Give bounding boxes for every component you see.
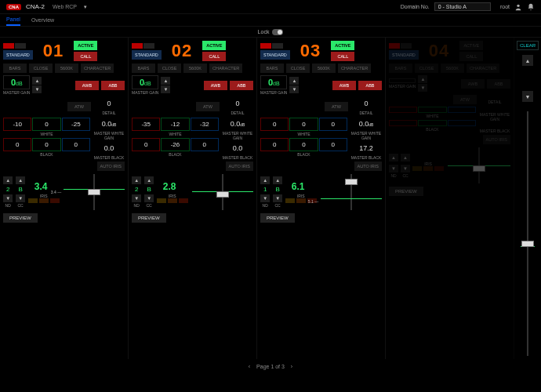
master-fader[interactable] bbox=[521, 111, 535, 356]
k5600-button[interactable]: 5600K bbox=[55, 64, 78, 73]
black-r[interactable]: 0 bbox=[260, 138, 289, 151]
tab-overview[interactable]: Overview bbox=[31, 15, 54, 25]
scroll-up-button[interactable]: ▲ bbox=[522, 55, 533, 66]
awb-button[interactable]: AWB bbox=[332, 81, 356, 90]
abb-button[interactable]: ABB bbox=[358, 81, 382, 90]
white-b[interactable]: -25 bbox=[62, 118, 90, 131]
standard-button[interactable]: STANDARD bbox=[3, 50, 33, 60]
auto-iris-button[interactable]: AUTO IRIS bbox=[354, 162, 382, 171]
iris-opt3[interactable] bbox=[179, 198, 188, 203]
iris-fader[interactable]: 3.4 — bbox=[64, 174, 125, 210]
close-button[interactable]: CLOSE bbox=[29, 64, 53, 73]
iris-opt3[interactable] bbox=[434, 166, 444, 171]
iris-fader[interactable] bbox=[448, 147, 510, 183]
gain-down-icon[interactable]: ▼ bbox=[289, 85, 299, 93]
gain-up-icon[interactable]: ▲ bbox=[32, 77, 42, 85]
gain-down-icon[interactable]: ▼ bbox=[32, 85, 42, 93]
cc-up-icon[interactable]: ▲ bbox=[144, 176, 154, 184]
gain-up-icon[interactable]: ▲ bbox=[289, 77, 299, 85]
k5600-button[interactable]: 5600K bbox=[183, 64, 207, 73]
character-button[interactable]: CHARACTER bbox=[338, 64, 371, 73]
awb-button[interactable]: AWB bbox=[461, 79, 485, 89]
nd-down-icon[interactable]: ▼ bbox=[132, 194, 141, 202]
call-button[interactable]: CALL bbox=[331, 52, 354, 61]
awb-button[interactable]: AWB bbox=[204, 81, 227, 90]
iris-opt2[interactable] bbox=[296, 198, 306, 203]
black-b[interactable]: 0 bbox=[191, 138, 219, 151]
abb-button[interactable]: ABB bbox=[230, 81, 253, 90]
iris-opt1[interactable] bbox=[412, 166, 422, 171]
chevron-down-icon[interactable]: ▾ bbox=[82, 3, 89, 11]
bell-icon[interactable] bbox=[527, 3, 535, 11]
active-button[interactable]: ACTIVE bbox=[459, 41, 483, 50]
preview-button[interactable]: PREVIEW bbox=[389, 187, 423, 196]
white-b[interactable] bbox=[448, 107, 476, 113]
preview-button[interactable]: PREVIEW bbox=[260, 213, 295, 223]
gain-down-icon[interactable]: ▼ bbox=[161, 85, 170, 93]
white-g[interactable]: -12 bbox=[161, 118, 189, 131]
nd-down-icon[interactable]: ▼ bbox=[260, 194, 270, 202]
scroll-down-button[interactable]: ▼ bbox=[522, 91, 533, 102]
master-gain-stepper[interactable]: ▲ ▼ bbox=[32, 77, 42, 93]
nd-down-icon[interactable]: ▼ bbox=[389, 165, 398, 172]
close-button[interactable]: CLOSE bbox=[158, 64, 181, 73]
atw-button[interactable]: ATW bbox=[196, 102, 220, 111]
black-g[interactable]: -26 bbox=[161, 138, 189, 151]
gain-down-icon[interactable]: ▼ bbox=[418, 84, 427, 92]
awb-button[interactable]: AWB bbox=[75, 81, 99, 90]
white-r[interactable] bbox=[389, 107, 417, 113]
iris-opt2[interactable] bbox=[168, 198, 177, 203]
auto-iris-button[interactable]: AUTO IRIS bbox=[483, 135, 510, 144]
page-prev[interactable]: ‹ bbox=[249, 364, 250, 369]
cc-up-icon[interactable]: ▲ bbox=[401, 154, 410, 162]
atw-button[interactable]: ATW bbox=[325, 102, 348, 111]
white-r[interactable]: 0 bbox=[260, 118, 289, 131]
call-button[interactable]: CALL bbox=[202, 52, 226, 61]
nd-down-icon[interactable]: ▼ bbox=[3, 194, 13, 202]
standard-button[interactable]: STANDARD bbox=[389, 50, 419, 60]
iris-opt3[interactable] bbox=[50, 198, 60, 203]
character-button[interactable]: CHARACTER bbox=[81, 64, 114, 73]
page-next[interactable]: › bbox=[291, 364, 292, 369]
active-button[interactable]: ACTIVE bbox=[74, 41, 97, 50]
cc-up-icon[interactable]: ▲ bbox=[16, 176, 25, 184]
bars-button[interactable]: BARS bbox=[3, 64, 27, 73]
bars-button[interactable]: BARS bbox=[260, 64, 284, 73]
gain-up-icon[interactable]: ▲ bbox=[418, 75, 427, 83]
nd-up-icon[interactable]: ▲ bbox=[132, 176, 141, 184]
nd-up-icon[interactable]: ▲ bbox=[389, 154, 398, 162]
black-b[interactable] bbox=[448, 120, 476, 126]
iris-opt1[interactable] bbox=[28, 198, 38, 203]
master-gain-stepper[interactable]: ▲ ▼ bbox=[418, 75, 427, 92]
nd-up-icon[interactable]: ▲ bbox=[3, 176, 13, 184]
iris-fader[interactable]: 5.1 — bbox=[321, 174, 382, 210]
iris-opt2[interactable] bbox=[423, 166, 433, 171]
active-button[interactable]: ACTIVE bbox=[331, 41, 354, 50]
white-g[interactable]: 0 bbox=[32, 118, 60, 131]
abb-button[interactable]: ABB bbox=[487, 79, 510, 89]
lock-toggle[interactable] bbox=[272, 29, 283, 35]
call-button[interactable]: CALL bbox=[74, 52, 97, 61]
master-gain-stepper[interactable]: ▲ ▼ bbox=[161, 77, 170, 93]
atw-button[interactable]: ATW bbox=[67, 102, 91, 111]
k5600-button[interactable]: 5600K bbox=[312, 64, 336, 73]
gain-up-icon[interactable]: ▲ bbox=[161, 77, 170, 85]
standard-button[interactable]: STANDARD bbox=[260, 50, 290, 60]
iris-opt1[interactable] bbox=[285, 198, 295, 203]
cc-up-icon[interactable]: ▲ bbox=[273, 176, 282, 184]
call-button[interactable]: CALL bbox=[459, 52, 483, 61]
cc-down-icon[interactable]: ▼ bbox=[144, 194, 154, 202]
master-gain-stepper[interactable]: ▲ ▼ bbox=[289, 77, 299, 93]
cc-down-icon[interactable]: ▼ bbox=[401, 165, 410, 172]
auto-iris-button[interactable]: AUTO IRIS bbox=[97, 162, 125, 171]
iris-opt1[interactable] bbox=[157, 198, 166, 203]
standard-button[interactable]: STANDARD bbox=[132, 50, 162, 60]
nd-up-icon[interactable]: ▲ bbox=[260, 176, 270, 184]
k5600-button[interactable]: 5600K bbox=[441, 64, 464, 73]
black-g[interactable] bbox=[418, 120, 446, 126]
white-r[interactable]: -35 bbox=[132, 118, 160, 131]
white-g[interactable] bbox=[418, 107, 446, 113]
black-r[interactable] bbox=[389, 120, 417, 126]
bars-button[interactable]: BARS bbox=[389, 64, 412, 73]
black-r[interactable]: 0 bbox=[132, 138, 160, 151]
